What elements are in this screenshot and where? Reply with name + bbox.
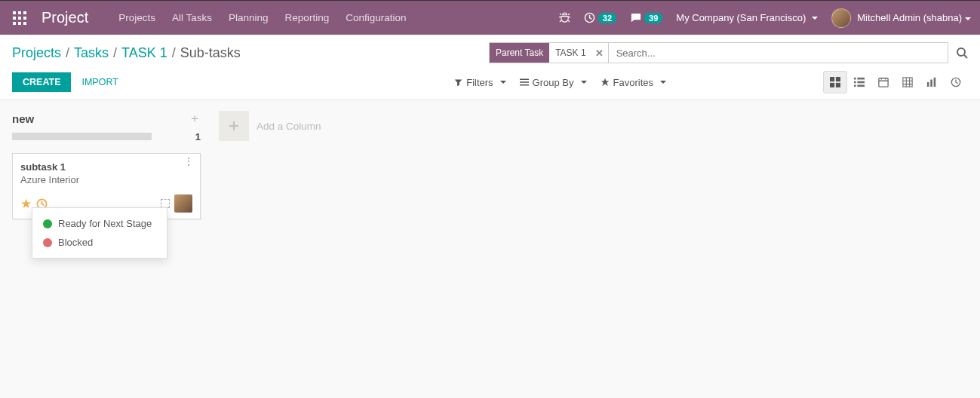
svg-rect-14 xyxy=(830,77,834,81)
activities-badge: 32 xyxy=(598,13,616,23)
svg-rect-24 xyxy=(879,78,888,87)
svg-rect-6 xyxy=(13,22,16,25)
add-column-section: Add a Column xyxy=(219,111,321,141)
view-calendar-icon[interactable] xyxy=(871,71,896,93)
svg-rect-22 xyxy=(854,85,856,87)
favorites-label: Favorites xyxy=(613,77,653,88)
svg-rect-1 xyxy=(18,11,21,14)
discuss-icon[interactable]: 39 xyxy=(630,12,662,23)
create-button[interactable]: CREATE xyxy=(12,72,71,92)
company-switcher[interactable]: My Company (San Francisco) xyxy=(676,12,818,23)
debug-icon[interactable] xyxy=(559,12,570,23)
svg-rect-3 xyxy=(13,17,16,20)
search-facet: Parent Task TASK 1 ✕ xyxy=(489,42,609,63)
nav-configuration[interactable]: Configuration xyxy=(346,12,406,23)
svg-rect-4 xyxy=(18,17,21,20)
svg-point-10 xyxy=(957,48,965,56)
svg-rect-15 xyxy=(836,77,840,81)
search-area: Parent Task TASK 1 ✕ xyxy=(489,42,968,63)
add-column-button[interactable] xyxy=(219,111,249,141)
breadcrumb-task1[interactable]: TASK 1 xyxy=(121,45,167,61)
view-pivot-icon[interactable] xyxy=(896,71,920,93)
user-name: Mitchell Admin (shabna) xyxy=(857,12,971,23)
green-dot-icon xyxy=(43,219,52,228)
svg-rect-27 xyxy=(930,80,932,87)
group-by-dropdown[interactable]: Group By xyxy=(520,77,587,88)
assignee-avatar[interactable] xyxy=(174,194,192,213)
group-by-label: Group By xyxy=(533,77,574,88)
column-title[interactable]: new xyxy=(12,112,189,125)
filters-label: Filters xyxy=(466,77,493,88)
breadcrumb-current: Sub-tasks xyxy=(180,45,241,61)
control-panel: Projects / Tasks / TASK 1 / Sub-tasks Pa… xyxy=(0,35,980,100)
view-graph-icon[interactable] xyxy=(920,71,944,93)
breadcrumb: Projects / Tasks / TASK 1 / Sub-tasks xyxy=(12,45,241,61)
card-customer: Azure Interior xyxy=(20,174,192,185)
state-ready-label: Ready for Next Stage xyxy=(58,218,152,229)
column-quick-create-icon[interactable]: ＋ xyxy=(189,111,201,127)
search-icon[interactable] xyxy=(956,47,968,59)
import-button[interactable]: IMPORT xyxy=(71,72,128,92)
svg-rect-11 xyxy=(520,79,529,81)
facet-label: Parent Task xyxy=(490,43,549,63)
card-title: subtask 1 xyxy=(20,161,192,173)
svg-rect-23 xyxy=(857,85,865,87)
svg-rect-0 xyxy=(13,11,16,14)
brand-title[interactable]: Project xyxy=(41,9,88,26)
facet-value: TASK 1 xyxy=(549,47,590,58)
top-nav: Project Projects All Tasks Planning Repo… xyxy=(0,0,980,35)
svg-rect-5 xyxy=(23,17,26,20)
kanban-state-popover: Ready for Next Stage Blocked xyxy=(32,207,167,259)
svg-rect-19 xyxy=(857,78,865,80)
add-column-label[interactable]: Add a Column xyxy=(257,121,321,132)
svg-rect-28 xyxy=(934,78,936,87)
filters-dropdown[interactable]: Filters xyxy=(454,77,505,88)
view-list-icon[interactable] xyxy=(847,71,871,93)
search-input[interactable] xyxy=(609,42,948,63)
svg-rect-8 xyxy=(23,22,26,25)
avatar xyxy=(831,8,851,28)
filters-row: Filters Group By Favorites xyxy=(454,71,968,93)
svg-rect-21 xyxy=(857,81,865,84)
facet-remove-icon[interactable]: ✕ xyxy=(591,47,608,59)
breadcrumb-projects[interactable]: Projects xyxy=(12,45,61,61)
state-blocked-label: Blocked xyxy=(58,237,93,248)
svg-rect-2 xyxy=(23,11,26,14)
state-ready-option[interactable]: Ready for Next Stage xyxy=(32,214,167,233)
breadcrumb-tasks[interactable]: Tasks xyxy=(74,45,109,61)
svg-rect-16 xyxy=(830,83,834,87)
user-menu[interactable]: Mitchell Admin (shabna) xyxy=(831,8,971,28)
svg-rect-20 xyxy=(854,81,856,84)
svg-rect-25 xyxy=(903,78,912,87)
nav-projects[interactable]: Projects xyxy=(118,12,155,23)
priority-star-icon[interactable]: ★ xyxy=(20,196,32,212)
state-blocked-option[interactable]: Blocked xyxy=(32,233,167,252)
view-kanban-icon[interactable] xyxy=(823,71,847,93)
svg-rect-12 xyxy=(520,81,529,83)
svg-rect-18 xyxy=(854,78,856,80)
svg-rect-26 xyxy=(927,82,929,87)
svg-rect-17 xyxy=(836,83,840,87)
nav-all-tasks[interactable]: All Tasks xyxy=(172,12,212,23)
svg-rect-32 xyxy=(229,125,238,127)
nav-right: 32 39 My Company (San Francisco) Mitchel… xyxy=(559,8,971,28)
favorites-dropdown[interactable]: Favorites xyxy=(601,77,666,88)
nav-planning[interactable]: Planning xyxy=(229,12,269,23)
column-count: 1 xyxy=(195,131,201,142)
card-menu-icon[interactable]: ⋮ xyxy=(183,160,194,163)
red-dot-icon xyxy=(43,238,52,247)
nav-menu: Projects All Tasks Planning Reporting Co… xyxy=(118,12,406,23)
svg-rect-7 xyxy=(18,22,21,25)
svg-rect-13 xyxy=(520,84,529,86)
apps-icon[interactable] xyxy=(9,8,30,29)
activities-icon[interactable]: 32 xyxy=(584,12,616,23)
nav-reporting[interactable]: Reporting xyxy=(285,12,330,23)
kanban-column: new ＋ 1 ⋮ subtask 1 Azure Interior ★ xyxy=(12,111,201,219)
discuss-badge: 39 xyxy=(644,13,662,23)
view-switcher xyxy=(823,71,968,93)
view-activity-icon[interactable] xyxy=(944,71,968,93)
column-progress-bar[interactable] xyxy=(12,133,152,140)
